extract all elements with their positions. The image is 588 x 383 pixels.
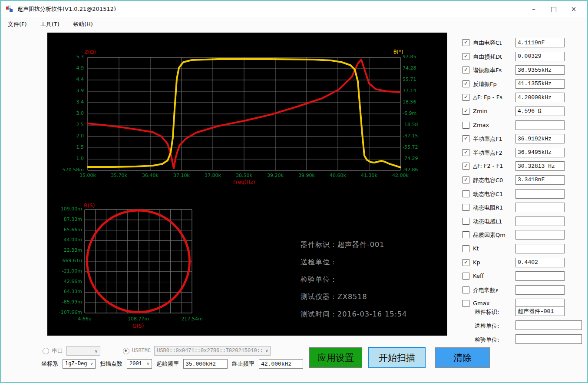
scan-points-label: 扫描点数	[100, 360, 122, 368]
result-value-input-3[interactable]	[515, 79, 565, 89]
theta-axis-tick-7: -37.15	[403, 133, 433, 139]
result-value-input-0[interactable]	[515, 38, 565, 47]
serial-label: 串口	[52, 347, 63, 355]
result-value-input-2[interactable]	[515, 65, 565, 75]
result-label-15: Kt	[473, 245, 479, 252]
stop-frequency-input[interactable]	[259, 359, 303, 369]
result-checkbox-16[interactable]: ✓	[462, 259, 469, 266]
result-value-input-4[interactable]	[515, 93, 565, 102]
menu-help[interactable]: 帮助(H)	[69, 20, 97, 29]
info-line-4: 测试时间：2016-03-16 15:54	[301, 310, 448, 327]
result-checkbox-11[interactable]	[462, 190, 469, 197]
device-id-input[interactable]	[515, 306, 565, 316]
menu-bar: 文件(F) 工具(T) 帮助(H)	[1, 17, 587, 30]
result-checkbox-4[interactable]: ✓	[462, 94, 469, 101]
result-checkbox-15[interactable]	[462, 245, 469, 252]
info-line-1: 送检单位：	[301, 258, 448, 275]
start-scan-button[interactable]: 开始扫描	[368, 347, 426, 368]
submit-unit-label: 送检单位:	[475, 322, 499, 330]
result-checkbox-3[interactable]: ✓	[462, 80, 469, 87]
menu-tools[interactable]: 工具(T)	[36, 20, 64, 29]
result-label-4: △F: Fp - Fs	[473, 94, 502, 100]
theta-axis-tick-1: 74.28	[403, 65, 433, 71]
result-value-input-1[interactable]	[515, 52, 565, 61]
result-value-input-9[interactable]	[515, 161, 565, 171]
freq-axis-tick-3: 37.10k	[166, 173, 197, 178]
result-checkbox-2[interactable]: ✓	[462, 67, 469, 73]
coord-system-combo[interactable]: lgZ-Deg ∨	[63, 359, 96, 369]
g-axis-tick-0: 4.66u	[69, 316, 100, 322]
result-checkbox-0[interactable]: ✓	[462, 39, 469, 46]
result-checkbox-1[interactable]: ✓	[462, 53, 469, 60]
close-button[interactable]: ×	[564, 1, 584, 17]
scan-points-value: 2001	[129, 361, 142, 367]
g-axis-tick-2: 217.54m	[177, 316, 207, 322]
result-checkbox-8[interactable]: ✓	[462, 149, 469, 156]
result-label-12: 动态电阻R1	[473, 204, 503, 212]
result-checkbox-13[interactable]	[462, 218, 469, 225]
usb-address-combo[interactable]: USB0::0x0471::0x2786::T020215010::INSTR …	[154, 346, 271, 356]
start-frequency-input[interactable]	[183, 359, 228, 369]
result-row-3: ✓反谐振Fp	[462, 79, 586, 93]
result-value-input-7[interactable]	[515, 134, 565, 143]
result-checkbox-9[interactable]: ✓	[462, 163, 469, 170]
inspect-unit-input[interactable]	[515, 334, 582, 344]
result-value-input-15[interactable]	[515, 244, 565, 253]
result-value-input-18[interactable]	[515, 285, 565, 295]
result-value-input-16[interactable]	[515, 258, 565, 267]
submit-unit-input[interactable]	[515, 320, 582, 330]
freq-axis-tick-5: 38.50k	[228, 173, 260, 178]
result-value-input-8[interactable]	[515, 148, 565, 157]
result-checkbox-14[interactable]	[462, 231, 469, 238]
b-axis-tick-8: -64.33m	[48, 289, 82, 294]
menu-file[interactable]: 文件(F)	[3, 20, 31, 29]
result-label-16: Kp	[473, 259, 480, 266]
result-checkbox-10[interactable]: ✓	[462, 177, 469, 183]
result-row-12: 动态电阻R1	[462, 202, 586, 216]
result-checkbox-6[interactable]	[462, 122, 469, 129]
result-checkbox-17[interactable]	[462, 273, 469, 280]
theta-axis-tick-9: -74.29	[403, 156, 433, 161]
result-value-input-6[interactable]	[515, 120, 565, 130]
result-row-4: ✓△F: Fp - Fs	[462, 92, 586, 106]
maximize-button[interactable]: □	[544, 1, 564, 17]
chevron-down-icon: ∨	[90, 361, 93, 366]
sweep-settings-row: 坐标系 lgZ-Deg ∨ 扫描点数 2001 ∨ 起始频率 终止频率	[41, 358, 303, 370]
result-label-17: Keff	[473, 273, 484, 279]
result-label-6: Zmax	[473, 122, 489, 128]
result-checkbox-7[interactable]: ✓	[462, 135, 469, 142]
result-checkbox-12[interactable]	[462, 204, 469, 211]
z-axis-tick-7: 2.0	[50, 133, 84, 139]
result-row-1: ✓自由损耗Dt	[462, 51, 586, 65]
scan-points-combo[interactable]: 2001 ∨	[127, 359, 152, 369]
result-checkbox-18[interactable]	[462, 286, 469, 293]
coord-system-value: lgZ-Deg	[65, 361, 87, 367]
freq-axis-tick-10: 42.00k	[385, 173, 416, 178]
usbtmc-radio[interactable]	[123, 348, 129, 354]
freq-axis-tick-7: 39.90k	[291, 173, 322, 178]
serial-port-combo[interactable]: ∨	[66, 346, 100, 356]
b-axis-tick-10: -107.66m	[48, 310, 82, 315]
clear-button[interactable]: 清除	[435, 347, 490, 368]
freq-axis-tick-4: 37.80k	[197, 173, 228, 178]
result-value-input-17[interactable]	[515, 271, 565, 281]
result-value-input-14[interactable]	[515, 230, 565, 240]
info-value-4: 2016-03-16 15:54	[337, 310, 407, 318]
app-window: 超声阻抗分析软件(V1.0.21@201512) – □ × 文件(F) 工具(…	[0, 0, 588, 383]
result-value-input-12[interactable]	[515, 203, 565, 212]
minimize-button[interactable]: –	[524, 1, 544, 17]
result-value-input-10[interactable]	[515, 175, 565, 185]
result-value-input-13[interactable]	[515, 216, 565, 226]
result-value-input-5[interactable]	[515, 107, 565, 116]
result-label-1: 自由损耗Dt	[473, 53, 502, 61]
b-axis-tick-7: -42.66m	[48, 279, 82, 284]
z-axis-tick-9: 1.0	[50, 156, 84, 161]
result-checkbox-5[interactable]: ✓	[462, 108, 469, 115]
apply-settings-button[interactable]: 应用设置	[309, 347, 362, 368]
result-row-11: 动态电容C1	[462, 189, 586, 203]
z-axis-tick-2: 4.4	[50, 77, 84, 82]
result-value-input-11[interactable]	[515, 189, 565, 199]
serial-radio[interactable]	[43, 348, 49, 354]
results-extra-fields: 器件标识:送检单位:检验单位:	[462, 306, 586, 348]
theta-axis-tick-10: -92.86	[403, 167, 433, 173]
